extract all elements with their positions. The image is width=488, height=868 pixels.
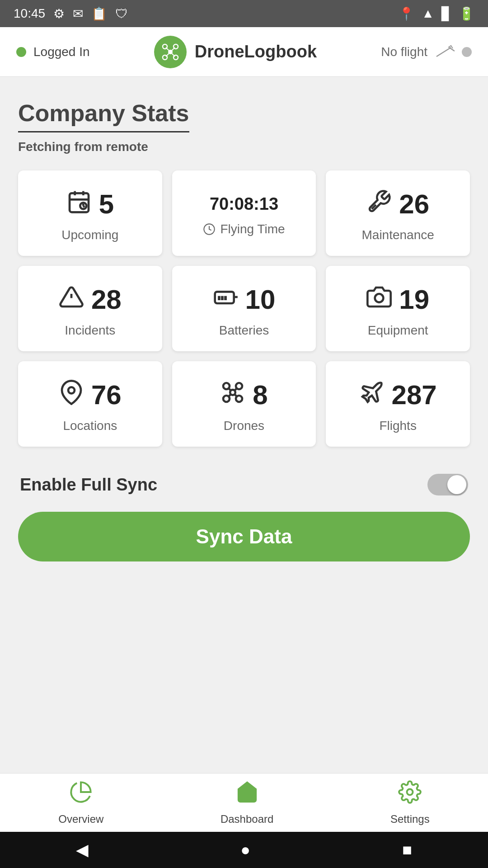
settings-icon: ⚙: [53, 6, 65, 21]
status-bar: 10:45 ⚙ ✉ 📋 🛡 📍 ▲ ▊ 🔋: [0, 0, 488, 27]
incidents-value: 28: [91, 284, 122, 315]
battery-stat-icon: [213, 284, 238, 315]
location-icon: 📍: [399, 6, 414, 21]
upcoming-label: Upcoming: [61, 228, 118, 242]
svg-point-38: [230, 390, 235, 395]
bottom-nav: Overview Dashboard Settings: [0, 773, 488, 832]
shield-icon: 🛡: [115, 6, 128, 21]
nav-item-overview[interactable]: Overview: [58, 780, 103, 826]
svg-point-29: [68, 387, 75, 393]
nav-label-dashboard: Dashboard: [221, 813, 273, 826]
clipboard-icon: 📋: [91, 6, 107, 21]
signal-icon: ▊: [441, 6, 451, 21]
nav-label-overview: Overview: [58, 813, 103, 826]
locations-value: 76: [91, 379, 122, 410]
header-left: Logged In: [16, 45, 90, 59]
header-center[interactable]: DroneLogbook: [154, 36, 317, 68]
fetching-label: Fetching from remote: [18, 140, 470, 154]
warning-icon: [59, 284, 84, 315]
svg-line-11: [449, 47, 455, 51]
flying-time-value: 70:08:13: [210, 194, 278, 214]
stat-card-flying-time[interactable]: 70:08:13 Flying Time: [172, 170, 316, 256]
stat-top-flights: 287: [359, 379, 437, 410]
svg-line-18: [83, 206, 84, 207]
drones-label: Drones: [224, 419, 264, 433]
svg-point-39: [407, 789, 413, 795]
equipment-value: 19: [399, 284, 429, 315]
home-icon: [235, 780, 259, 809]
clock-icon: [203, 223, 216, 236]
gmail-icon: ✉: [73, 6, 83, 21]
wrench-icon: [366, 189, 392, 220]
stat-top-drones: 8: [220, 379, 267, 410]
flights-label: Flights: [379, 419, 416, 433]
android-home-button[interactable]: ●: [240, 840, 250, 859]
logged-in-dot: [16, 47, 26, 57]
stat-top-flying-time: 70:08:13: [210, 194, 278, 214]
nav-item-dashboard[interactable]: Dashboard: [221, 780, 273, 826]
stat-top-maintenance: 26: [366, 189, 429, 220]
flight-status-dot: [462, 47, 472, 57]
stat-card-equipment[interactable]: 19 Equipment: [326, 266, 470, 351]
svg-point-28: [375, 294, 384, 302]
batteries-value: 10: [245, 284, 276, 315]
flight-icon: [435, 44, 455, 60]
status-left: 10:45 ⚙ ✉ 📋 🛡: [14, 6, 128, 21]
stat-top-batteries: 10: [213, 284, 276, 315]
app-logo: [154, 36, 187, 68]
stats-grid: 5 Upcoming 70:08:13 Flying Time: [18, 170, 470, 447]
camera-icon: [366, 284, 392, 315]
flying-time-label: Flying Time: [220, 222, 285, 236]
stat-top-incidents: 28: [59, 284, 122, 315]
logged-in-label: Logged In: [33, 45, 90, 59]
stat-card-drones[interactable]: 8 Drones: [172, 361, 316, 447]
calendar-icon: [66, 189, 92, 220]
maintenance-value: 26: [399, 189, 429, 220]
no-flight-label: No flight: [381, 45, 427, 59]
stat-top-upcoming: 5: [66, 189, 114, 220]
wifi-icon: ▲: [422, 6, 434, 21]
stat-card-incidents[interactable]: 28 Incidents: [18, 266, 162, 351]
drone-icon: [220, 380, 245, 410]
gear-nav-icon: [398, 780, 422, 809]
enable-sync-label: Enable Full Sync: [20, 475, 157, 495]
status-right: 📍 ▲ ▊ 🔋: [399, 6, 474, 21]
android-nav: ◀ ● ■: [0, 832, 488, 868]
stat-card-upcoming[interactable]: 5 Upcoming: [18, 170, 162, 256]
svg-point-9: [168, 50, 173, 54]
app-title: DroneLogbook: [195, 42, 317, 61]
batteries-label: Batteries: [219, 323, 269, 338]
stat-top-equipment: 19: [366, 284, 429, 315]
android-back-button[interactable]: ◀: [76, 840, 89, 859]
android-recent-button[interactable]: ■: [402, 840, 412, 859]
stat-top-locations: 76: [59, 379, 122, 410]
main-content: Company Stats Fetching from remote: [0, 77, 488, 773]
flights-value: 287: [392, 379, 437, 410]
header-right: No flight: [381, 44, 472, 60]
flying-time-label-row: Flying Time: [203, 222, 285, 236]
full-sync-toggle[interactable]: [427, 474, 468, 495]
stat-card-batteries[interactable]: 10 Batteries: [172, 266, 316, 351]
nav-item-settings[interactable]: Settings: [390, 780, 430, 826]
nav-label-settings: Settings: [390, 813, 430, 826]
svg-line-10: [436, 47, 451, 57]
stat-card-flights[interactable]: 287 Flights: [326, 361, 470, 447]
time-display: 10:45: [14, 6, 45, 21]
stat-card-maintenance[interactable]: 26 Maintenance: [326, 170, 470, 256]
drones-value: 8: [253, 379, 267, 410]
plane-icon: [359, 380, 385, 410]
upcoming-value: 5: [99, 189, 114, 220]
locations-label: Locations: [63, 419, 117, 433]
battery-icon: 🔋: [459, 6, 474, 21]
drone-logo-icon: [160, 41, 181, 63]
sync-data-button[interactable]: Sync Data: [18, 512, 470, 561]
header: Logged In DroneLogbook No flight: [0, 27, 488, 77]
stat-card-locations[interactable]: 76 Locations: [18, 361, 162, 447]
maintenance-label: Maintenance: [361, 228, 434, 242]
pie-chart-icon: [69, 780, 93, 809]
section-title: Company Stats: [18, 99, 189, 132]
equipment-label: Equipment: [368, 323, 428, 338]
incidents-label: Incidents: [65, 323, 115, 338]
sync-row: Enable Full Sync: [18, 474, 470, 495]
pin-icon: [59, 380, 84, 410]
